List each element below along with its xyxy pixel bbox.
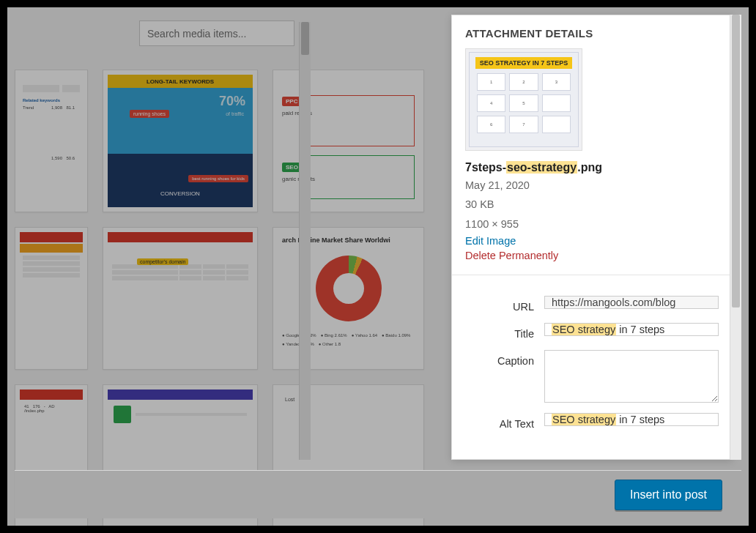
caption-field[interactable]	[544, 350, 719, 403]
alt-text-label: Alt Text	[465, 413, 544, 430]
attachment-date: May 21, 2020	[465, 177, 719, 193]
attachment-dimensions: 1100 × 955	[465, 216, 719, 232]
footer-bar: Insert into post	[15, 470, 741, 518]
delete-permanently-link[interactable]: Delete Permanently	[465, 250, 719, 261]
title-field[interactable]: SEO strategy in 7 steps	[544, 323, 719, 336]
attachment-size: 30 KB	[465, 196, 719, 212]
attachment-details-panel: ATTACHMENT DETAILS SEO STRATEGY IN 7 STE…	[451, 15, 733, 460]
insert-into-post-button[interactable]: Insert into post	[615, 480, 722, 510]
url-field[interactable]: https://mangools.com/blog	[544, 296, 719, 309]
panel-scrollbar[interactable]	[730, 15, 741, 460]
alt-text-field[interactable]: SEO strategy in 7 steps	[544, 413, 719, 426]
caption-label: Caption	[465, 350, 544, 367]
attachment-preview: SEO STRATEGY IN 7 STEPS 123 45 67	[465, 48, 582, 151]
panel-title: ATTACHMENT DETAILS	[452, 15, 732, 48]
attachment-filename: 7steps-seo-strategy.png	[465, 161, 719, 174]
title-label: Title	[465, 323, 544, 340]
url-label: URL	[465, 296, 544, 313]
edit-image-link[interactable]: Edit Image	[465, 235, 719, 247]
